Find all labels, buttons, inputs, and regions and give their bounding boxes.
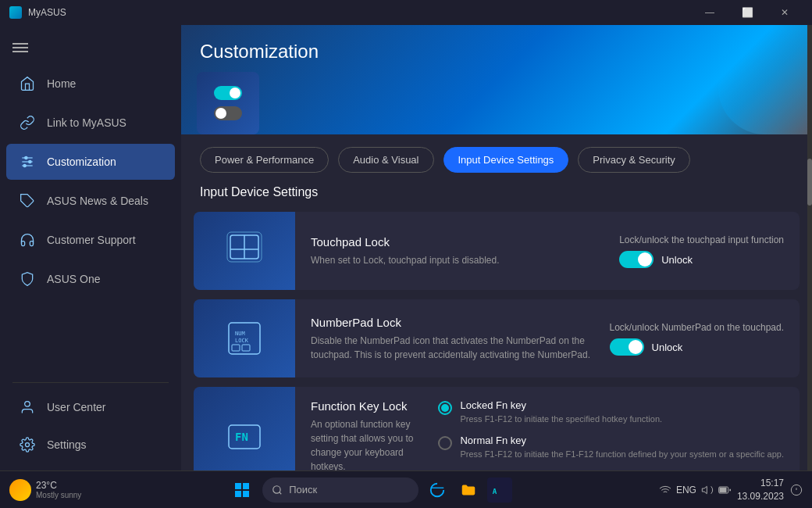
taskbar-center: Поиск A	[228, 476, 512, 504]
touchpad-control-label: Lock/unlock the touchpad input function	[619, 234, 784, 247]
tag-icon	[19, 192, 36, 209]
svg-rect-21	[243, 483, 249, 489]
svg-point-7	[25, 402, 30, 407]
maximize-button[interactable]: ⬜	[729, 0, 765, 25]
numberpad-toggle-label: Unlock	[652, 342, 683, 353]
gear-icon	[19, 436, 36, 453]
svg-point-24	[273, 485, 280, 492]
titlebar: MyASUS — ⬜ ✕	[0, 0, 812, 25]
menu-toggle-button[interactable]	[0, 31, 181, 64]
touchpad-lock-card: Touchpad Lock When set to Lock, touchpad…	[194, 212, 800, 290]
taskbar-right: ENG 15:17 13.09.2023	[659, 477, 803, 503]
touchpad-toggle[interactable]	[619, 251, 654, 268]
titlebar-controls: — ⬜ ✕	[692, 0, 803, 25]
normal-fn-radio[interactable]	[438, 436, 452, 450]
asus-icon: A	[491, 481, 508, 499]
taskbar-app-files[interactable]	[456, 478, 481, 503]
function-key-lock-text: Function Key Lock An optional function k…	[311, 399, 438, 470]
tab-input[interactable]: Input Device Settings	[443, 147, 569, 173]
clock-date: 13.09.2023	[737, 490, 784, 503]
sidebar-item-customization[interactable]: Customization	[6, 144, 175, 180]
touchpad-toggle-container: Unlock	[619, 251, 693, 268]
sidebar-item-label: Link to MyASUS	[47, 116, 126, 129]
svg-line-25	[280, 492, 282, 494]
svg-rect-17	[242, 345, 250, 351]
folder-icon	[460, 481, 477, 499]
link-icon	[19, 114, 36, 131]
taskbar-app-asus[interactable]: A	[487, 478, 512, 503]
svg-text:FN: FN	[235, 431, 248, 443]
fn-key-icon: FN	[221, 413, 268, 460]
content-area: Customization	[181, 25, 812, 470]
sys-icons: ENG	[659, 484, 731, 496]
start-button[interactable]	[228, 476, 256, 504]
sidebar-item-user[interactable]: User Center	[6, 389, 175, 425]
home-icon	[19, 75, 36, 92]
locked-fn-desc: Press F1-F12 to initiate the specified h…	[460, 413, 662, 425]
search-bar[interactable]: Поиск	[262, 478, 418, 503]
sidebar-item-news[interactable]: ASUS News & Deals	[6, 183, 175, 219]
numberpad-control-label: Lock/unlock NumberPad on the touchpad.	[610, 321, 784, 334]
page-title: Customization	[200, 41, 319, 63]
numpad-icon: NUM LOCK	[221, 315, 268, 362]
titlebar-left: MyASUS	[9, 6, 66, 19]
tab-audio[interactable]: Audio & Visual	[338, 147, 433, 173]
sidebar-item-label: ASUS One	[47, 273, 100, 285]
touchpad-toggle-thumb	[638, 252, 652, 267]
locked-fn-radio[interactable]	[438, 401, 452, 415]
sidebar-item-home[interactable]: Home	[6, 66, 175, 102]
app-logo	[9, 6, 22, 19]
sidebar-item-settings[interactable]: Settings	[6, 427, 175, 463]
numberpad-lock-desc: Disable the NumberPad icon that activate…	[311, 334, 594, 362]
scrollbar[interactable]	[807, 25, 812, 470]
svg-rect-22	[235, 491, 241, 497]
sidebar-item-support[interactable]: Customer Support	[6, 222, 175, 258]
notification-icon[interactable]	[790, 484, 803, 496]
touchpad-toggle-label: Unlock	[661, 254, 693, 266]
function-key-lock-desc: An optional function key setting that al…	[311, 417, 422, 470]
tab-power[interactable]: Power & Performance	[200, 147, 329, 173]
sliders-icon	[19, 153, 36, 170]
numpad-icon-area: NUM LOCK	[194, 299, 295, 377]
svg-point-8	[26, 443, 30, 447]
sidebar-item-asusone[interactable]: ASUS One	[6, 261, 175, 297]
tabs-container: Power & Performance Audio & Visual Input…	[181, 134, 812, 185]
section-title: Input Device Settings	[181, 185, 812, 212]
function-key-lock-body: Function Key Lock An optional function k…	[295, 387, 800, 470]
numberpad-lock-control: Lock/unlock NumberPad on the touchpad. U…	[610, 321, 784, 356]
locked-fn-text: Locked Fn key Press F1-F12 to initiate t…	[460, 399, 662, 425]
svg-text:NUM: NUM	[235, 331, 245, 337]
user-icon	[19, 399, 36, 416]
touchpad-lock-title: Touchpad Lock	[311, 235, 604, 249]
locked-fn-option[interactable]: Locked Fn key Press F1-F12 to initiate t…	[438, 399, 662, 425]
scrollbar-thumb[interactable]	[807, 159, 812, 206]
function-key-lock-card: FN Function Key Lock An optional functio…	[194, 387, 800, 470]
normal-fn-option[interactable]: Normal Fn key Press F1-F12 to initiate t…	[438, 435, 784, 460]
main-layout: Home Link to MyASUS Customization ASUS N…	[0, 25, 812, 470]
close-button[interactable]: ✕	[767, 0, 803, 25]
edge-icon	[429, 481, 446, 499]
sidebar-item-label: Customer Support	[47, 234, 136, 246]
language-label: ENG	[676, 485, 696, 495]
tab-privacy[interactable]: Privacy & Security	[578, 147, 689, 173]
weather-block: 23°C Mostly sunny	[9, 479, 81, 501]
numberpad-toggle-thumb	[629, 340, 643, 354]
touchpad-icon-area	[194, 212, 295, 290]
clock-time: 15:17	[737, 477, 784, 490]
touchpad-lock-control: Lock/unlock the touchpad input function …	[619, 234, 784, 269]
touchpad-lock-desc: When set to Lock, touchpad input is disa…	[311, 253, 604, 267]
banner: Customization	[181, 25, 812, 134]
numberpad-toggle[interactable]	[610, 338, 644, 356]
taskbar-left: 23°C Mostly sunny	[9, 479, 81, 501]
time-block: 15:17 13.09.2023	[737, 477, 784, 503]
headset-icon	[19, 231, 36, 249]
sidebar-item-label: Home	[47, 77, 76, 90]
taskbar-app-edge[interactable]	[425, 478, 450, 503]
sidebar-item-label: User Center	[47, 401, 105, 413]
weather-temp: 23°C	[36, 480, 81, 491]
sidebar-item-link[interactable]: Link to MyASUS	[6, 105, 175, 141]
svg-marker-28	[702, 486, 707, 493]
svg-point-3	[25, 156, 27, 159]
minimize-button[interactable]: —	[692, 0, 728, 25]
function-key-radio-group: Locked Fn key Press F1-F12 to initiate t…	[438, 399, 784, 461]
